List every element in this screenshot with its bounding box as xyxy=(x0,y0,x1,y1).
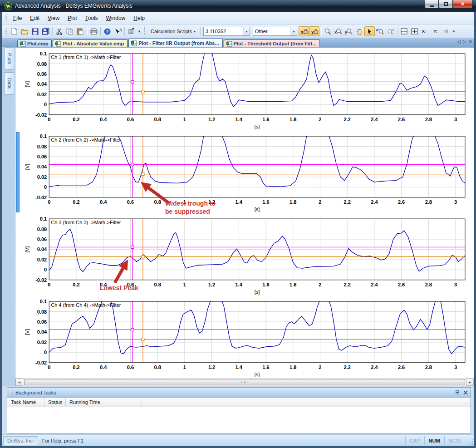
cursor-value-combo[interactable]: 3.110352 ▾ xyxy=(203,27,250,36)
tab-close-button[interactable]: ✕ xyxy=(469,39,472,44)
tab-absolute-value[interactable]: Plot - Absolute Value.emp xyxy=(53,39,128,47)
context-help-button[interactable]: ? xyxy=(113,26,123,36)
calculation-scripts-button[interactable]: Calculation Scripts ▾ xyxy=(147,26,199,36)
menu-help[interactable]: Help xyxy=(129,13,149,23)
pin-icon[interactable] xyxy=(455,390,460,395)
select-button[interactable] xyxy=(364,26,375,36)
toolbar-overflow-button[interactable]: ▾ xyxy=(137,27,142,36)
lock-x-button[interactable]: x xyxy=(299,26,309,36)
run-script-button[interactable] xyxy=(126,26,137,36)
y-tick-label: -0.02 xyxy=(35,277,47,283)
dropdown-arrow-icon: ▾ xyxy=(194,30,196,34)
pan-hand-icon xyxy=(356,28,363,35)
save-button[interactable] xyxy=(30,26,40,36)
toolbar-separator xyxy=(200,27,201,35)
annotation-line: Widest trough to xyxy=(165,199,216,207)
save-all-button[interactable] xyxy=(40,26,51,36)
menu-window[interactable]: Window xyxy=(102,13,130,23)
tab-scroll-left-button[interactable]: ◁ xyxy=(457,39,461,44)
x-tick-label: 0.8 xyxy=(154,117,161,122)
new-button[interactable] xyxy=(9,26,20,36)
menu-tools[interactable]: Tools xyxy=(81,13,102,23)
maximize-button[interactable] xyxy=(439,0,453,9)
x-tick-label: 2.6 xyxy=(398,364,405,370)
zoom-redo-icon xyxy=(387,28,394,35)
toolbar-separator xyxy=(52,27,53,35)
x-tick-label: 1.6 xyxy=(262,117,269,122)
tab-label: Plot.emp xyxy=(27,41,48,46)
tab-scroll-right-button[interactable]: ▷ xyxy=(463,39,466,44)
lock-y-button[interactable]: y xyxy=(309,26,319,36)
fit-all-button[interactable] xyxy=(409,26,420,36)
cursor-marker xyxy=(131,80,134,83)
side-tab-plots[interactable]: Plots xyxy=(4,47,14,70)
column-running-time[interactable]: Running Time xyxy=(66,398,142,407)
plot-tab-icon xyxy=(20,41,26,47)
fit-y-button[interactable]: Y↕ xyxy=(430,26,441,36)
annotation-widest-trough: Widest trough to be suppressed xyxy=(165,199,216,216)
y-tick-label: 0.1 xyxy=(40,216,47,222)
annotation-line: Lowest Peak xyxy=(100,284,138,292)
zoom-undo-button[interactable] xyxy=(375,26,385,36)
y-tick-label: 0.02 xyxy=(37,92,47,97)
toolbar-overflow-button[interactable]: ▾ xyxy=(451,27,456,36)
horizontal-scrollbar[interactable]: ◄ ► xyxy=(15,378,474,386)
plot-panel-ch4[interactable]: Ch 4 (from Ch 4) ->Math->Filter00.20.40.… xyxy=(15,295,474,378)
svg-text:?: ? xyxy=(106,30,109,34)
x-tick-label: 0 xyxy=(48,199,50,205)
column-task-name[interactable]: Task Name xyxy=(7,398,44,407)
zoom-button[interactable] xyxy=(323,26,333,36)
app-window: Advanced Analysis - DelSys EMGworks Anal… xyxy=(0,0,476,448)
menu-plot[interactable]: Plot xyxy=(64,13,81,23)
y-tick-label: -0.02 xyxy=(35,112,47,118)
pan-button[interactable] xyxy=(354,26,364,36)
column-status[interactable]: Status xyxy=(44,398,66,407)
units-combo[interactable]: Other ▾ xyxy=(253,27,297,36)
side-tab-data[interactable]: Data xyxy=(4,72,14,95)
plot-panel-ch1[interactable]: Ch 1 (from Ch 1) ->Math->Filter00.20.40.… xyxy=(15,48,474,130)
x-tick-label: 2.6 xyxy=(398,117,405,122)
y-tick-label: 0.06 xyxy=(37,154,47,159)
fit-x-button[interactable]: X↔ xyxy=(420,26,430,36)
fit-y-stacked-icon: Y‖ xyxy=(444,29,447,34)
panel-close-icon[interactable] xyxy=(463,390,468,395)
scroll-right-button[interactable]: ► xyxy=(466,379,474,386)
x-tick-label: 3 xyxy=(454,282,457,287)
zoom-x-button[interactable]: x xyxy=(333,26,344,36)
plot-panel-ch2[interactable]: Ch 2 (from Ch 2) ->Math->Filter00.20.40.… xyxy=(15,130,474,213)
minimize-button[interactable] xyxy=(425,0,439,9)
x-tick-label: 3 xyxy=(454,364,457,370)
x-tick-label: 1.6 xyxy=(262,282,269,287)
open-button[interactable] xyxy=(20,26,30,36)
plot-panel-ch3[interactable]: Ch 3 (from Ch 3) ->Math->Filter00.20.40.… xyxy=(15,213,474,295)
menu-file[interactable]: File xyxy=(9,13,26,23)
tile-windows-button[interactable] xyxy=(399,26,409,36)
zoom-y-button[interactable]: y xyxy=(344,26,354,36)
copy-button[interactable] xyxy=(64,26,75,36)
x-tick-label: 0.6 xyxy=(127,117,134,122)
y-tick-label: 0 xyxy=(44,350,47,355)
paste-button[interactable] xyxy=(75,26,85,36)
tab-filter-iir-output[interactable]: Plot - Filter IIR Output (from Abs... xyxy=(128,39,222,47)
close-button[interactable]: ✕ xyxy=(453,0,472,9)
zoom-redo-button[interactable] xyxy=(385,26,396,36)
menu-edit[interactable]: Edit xyxy=(26,13,44,23)
tab-threshold-output[interactable]: Plot - Threshold Output (from Filt... xyxy=(224,39,320,47)
cursor-arrow-icon xyxy=(367,28,373,35)
y-tick-label: 0.04 xyxy=(37,164,47,169)
tab-plot[interactable]: Plot.emp xyxy=(17,39,52,47)
fit-y-stacked-button[interactable]: Y‖ xyxy=(441,26,451,36)
svg-text:y: y xyxy=(311,30,314,34)
x-tick-label: 1.8 xyxy=(290,199,296,205)
cut-button[interactable] xyxy=(54,26,64,36)
scroll-left-button[interactable]: ◄ xyxy=(15,379,23,386)
scrollbar-track[interactable] xyxy=(23,379,466,386)
resize-grip[interactable] xyxy=(467,439,473,445)
menu-view[interactable]: View xyxy=(44,13,64,23)
scrollbar-thumb[interactable] xyxy=(24,379,465,385)
overflow-icon: ▾ xyxy=(138,30,140,33)
x-tick-label: 2.8 xyxy=(425,282,432,287)
cursor-marker xyxy=(142,90,144,93)
help-button[interactable]: ? xyxy=(102,26,113,36)
print-button[interactable] xyxy=(88,26,99,36)
